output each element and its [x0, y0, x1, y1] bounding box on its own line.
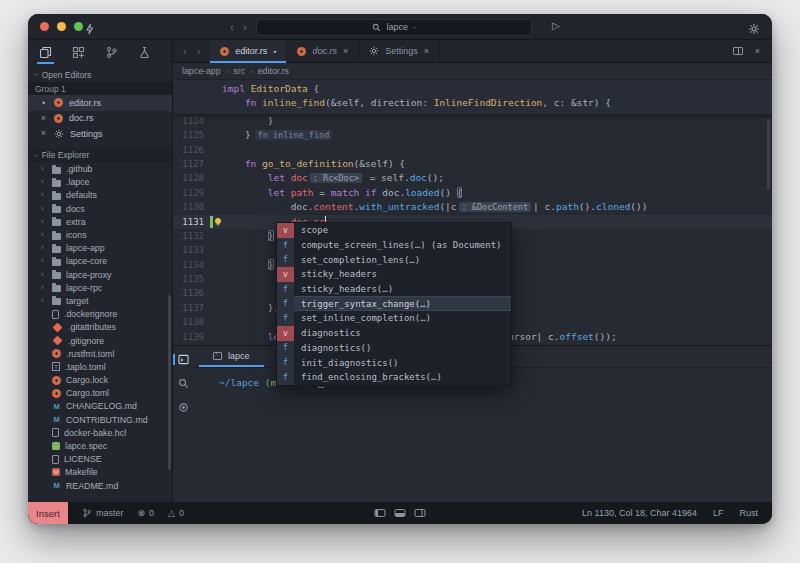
file-row-.rustfmt.toml[interactable]: .rustfmt.toml [28, 347, 172, 360]
file-row-Cargo.lock[interactable]: Cargo.lock [28, 374, 172, 387]
lightbulb-icon[interactable] [215, 218, 221, 224]
tab-doc.rs[interactable]: doc.rs× [287, 40, 359, 62]
folder-row-docs[interactable]: ›docs [28, 202, 172, 215]
completion-item[interactable]: fdiagnostics() [277, 341, 511, 356]
tab-editor.rs[interactable]: editor.rs● [210, 40, 287, 62]
git-branch-indicator[interactable]: master [82, 508, 124, 518]
file-row-.gitignore[interactable]: .gitignore [28, 334, 172, 347]
back-arrow-icon[interactable]: ‹ [230, 21, 234, 33]
run-play-icon[interactable]: ▷ [552, 20, 560, 31]
search-panel-icon[interactable] [173, 378, 193, 389]
remote-connection-icon[interactable] [84, 21, 96, 33]
completion-item[interactable]: finit_diagnostics() [277, 355, 511, 370]
workspace-search-box[interactable]: lapce › [256, 19, 532, 36]
completion-item[interactable]: fset_completion_lens(…) [277, 252, 511, 267]
file-row-CHANGELOG.md[interactable]: MCHANGELOG.md [28, 400, 172, 413]
open-editor-editor.rs[interactable]: ●editor.rs [28, 95, 172, 111]
minimize-window-button[interactable] [57, 22, 66, 31]
close-window-button[interactable] [40, 22, 49, 31]
completion-item[interactable]: vscope [277, 223, 511, 238]
explorer-panel-icon[interactable] [37, 40, 54, 64]
file-row-.gitattributes[interactable]: .gitattributes [28, 321, 172, 334]
sticky-line[interactable]: impl EditorData { [173, 82, 772, 96]
debug-console-icon[interactable] [173, 402, 193, 413]
folder-row-icons[interactable]: ›icons [28, 228, 172, 241]
open-editors-header[interactable]: › Open Editors [28, 67, 172, 82]
close-icon[interactable]: × [39, 114, 48, 123]
code-line[interactable]: 1126 [173, 143, 772, 157]
terminal-panel-icon[interactable] [173, 354, 193, 365]
editor-mode-badge[interactable]: Insert [28, 502, 68, 524]
file-row-docker-bake.hcl[interactable]: docker-bake.hcl [28, 426, 172, 439]
maximize-window-button[interactable] [74, 22, 83, 31]
file-row-lapce.spec[interactable]: lapce.spec [28, 439, 172, 452]
code-token: }; [222, 302, 279, 313]
debug-panel-icon[interactable] [136, 40, 153, 64]
forward-arrow-icon[interactable]: › [243, 21, 247, 33]
code-text: }fn inline_find [222, 128, 772, 142]
file-row-LICENSE[interactable]: LICENSE [28, 453, 172, 466]
tab-forward-icon[interactable]: › [197, 45, 201, 57]
breadcrumb-item[interactable]: lapce-app [182, 66, 221, 76]
completion-item[interactable]: vsticky_headers [277, 267, 511, 282]
file-row-Cargo.toml[interactable]: Cargo.toml [28, 387, 172, 400]
completion-item[interactable]: fset_inline_completion(…) [277, 311, 511, 326]
code-line[interactable]: 1130 doc.content.with_untracked(|c: &Doc… [173, 200, 772, 214]
tab-close-icon[interactable]: × [424, 46, 429, 56]
source-control-panel-icon[interactable] [103, 40, 120, 64]
folder-row-.lapce[interactable]: ›.lapce [28, 176, 172, 189]
warning-count[interactable]: △ 0 [168, 508, 184, 518]
folder-row-target[interactable]: ›target [28, 294, 172, 307]
code-line[interactable]: 1128 let doc: Rc<Doc> = self.doc(); [173, 171, 772, 185]
breadcrumb-item[interactable]: editor.rs [258, 66, 289, 76]
code-line[interactable]: 1129 let path = match if doc.loaded() { [173, 186, 772, 200]
file-row-Makefile[interactable]: MMakefile [28, 466, 172, 479]
completion-item[interactable]: fsticky_headers(…) [277, 282, 511, 297]
completion-item[interactable]: ftrigger_syntax_change(…) [277, 296, 511, 311]
toggle-bottom-panel-icon[interactable] [395, 509, 406, 517]
line-ending[interactable]: LF [713, 508, 724, 518]
cursor-position[interactable]: Ln 1130, Col 18, Char 41964 [582, 508, 697, 518]
completion-item[interactable]: vdiagnostics [277, 326, 511, 341]
folder-row-lapce-app[interactable]: ›lapce-app [28, 242, 172, 255]
folder-row-lapce-proxy[interactable]: ›lapce-proxy [28, 268, 172, 281]
file-row-.dockerignore[interactable]: .dockerignore [28, 308, 172, 321]
file-row-.taplo.toml[interactable]: T.taplo.toml [28, 360, 172, 373]
sidebar-scrollbar[interactable] [168, 295, 171, 470]
folder-row-defaults[interactable]: ›defaults [28, 189, 172, 202]
toggle-right-panel-icon[interactable] [415, 509, 426, 517]
tab-Settings[interactable]: Settings× [359, 40, 440, 62]
file-explorer-header[interactable]: › File Explorer [28, 148, 172, 163]
breadcrumb-item[interactable]: src [233, 66, 245, 76]
error-count[interactable]: ⊗ 0 [138, 508, 155, 518]
sticky-line[interactable]: fn inline_find(&self, direction: InlineF… [173, 96, 772, 110]
settings-gear-icon[interactable] [748, 21, 760, 33]
completion-item[interactable]: fcompute_screen_lines(…) (as Document) [277, 238, 511, 253]
code-line[interactable]: 1127 fn go_to_definition(&self) { [173, 157, 772, 171]
code-token [222, 230, 268, 241]
terminal-tab[interactable]: lapce [199, 346, 264, 367]
open-editor-doc.rs[interactable]: ×doc.rs [28, 111, 172, 127]
file-icon [52, 455, 59, 464]
file-row-README.md[interactable]: MREADME.md [28, 479, 172, 492]
language-mode[interactable]: Rust [739, 508, 758, 518]
editor-scrollbar[interactable] [767, 118, 770, 190]
plugins-panel-icon[interactable] [70, 40, 87, 64]
folder-row-lapce-core[interactable]: ›lapce-core [28, 255, 172, 268]
titlebar[interactable]: ‹ › lapce › ▷ [28, 14, 772, 40]
close-icon[interactable]: × [39, 129, 48, 138]
split-editor-icon[interactable] [733, 47, 743, 55]
folder-row-.github[interactable]: ›.github [28, 163, 172, 176]
close-editor-icon[interactable]: × [755, 46, 760, 56]
folder-row-lapce-rpc[interactable]: ›lapce-rpc [28, 281, 172, 294]
tab-back-icon[interactable]: ‹ [183, 45, 187, 57]
code-line[interactable]: 1125 }fn inline_find [173, 128, 772, 142]
open-editor-Settings[interactable]: ×Settings [28, 126, 172, 142]
file-row-CONTRIBUTING.md[interactable]: MCONTRIBUTING.md [28, 413, 172, 426]
completion-item[interactable]: ffind_enclosing_brackets(…) [277, 370, 511, 385]
toggle-left-panel-icon[interactable] [375, 509, 386, 517]
folder-row-extra[interactable]: ›extra [28, 215, 172, 228]
code-line[interactable]: 1124 } [173, 114, 772, 128]
tab-close-icon[interactable]: × [343, 46, 348, 56]
terminal-output[interactable]: ~/lapce (master) [193, 368, 772, 502]
